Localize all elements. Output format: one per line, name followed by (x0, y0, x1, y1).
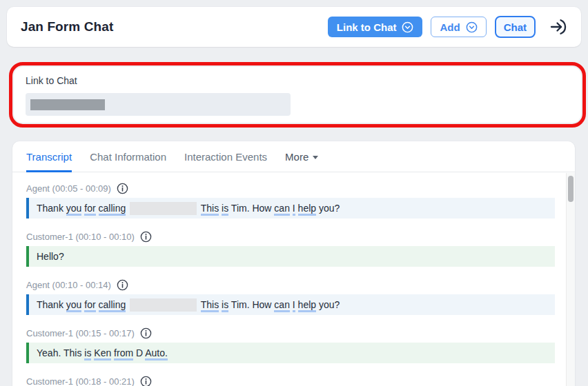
speaker-label: Customer-1 (00:10 - 00:10) (26, 231, 135, 243)
transcript-entry: Customer-1 (00:10 - 00:10) Hello? (26, 231, 555, 267)
tab-more[interactable]: More (285, 141, 318, 172)
link-to-chat-card: Link to Chat (14, 67, 581, 123)
speaker-label: Customer-1 (00:15 - 00:17) (26, 327, 135, 339)
chevron-down-icon (313, 156, 318, 159)
link-to-chat-input[interactable] (26, 93, 291, 116)
tab-bar: Transcript Chat Information Interaction … (12, 141, 575, 172)
speaker-label: Agent (00:05 - 00:09) (26, 183, 111, 194)
info-icon[interactable] (140, 376, 152, 386)
speaker-row: Customer-1 (00:18 - 00:21) (26, 376, 555, 386)
speaker-label: Agent (00:10 - 00:14) (26, 279, 111, 291)
header-actions: Link to Chat Add Chat (328, 16, 570, 38)
tab-transcript[interactable]: Transcript (26, 141, 72, 172)
link-to-chat-button[interactable]: Link to Chat (328, 17, 423, 37)
redacted-text (130, 298, 197, 312)
chat-button[interactable]: Chat (495, 16, 536, 38)
scrollbar-thumb[interactable] (568, 176, 574, 202)
message-bubble: Hello? (26, 246, 555, 267)
message-text: Yeah. This is Ken from D Auto. (37, 347, 168, 359)
transcript-list: Agent (00:05 - 00:09) Thank you for call… (12, 172, 575, 386)
info-icon[interactable] (140, 231, 152, 243)
message-text: Hello? (37, 250, 64, 263)
scrollbar[interactable] (566, 173, 575, 386)
add-button-label: Add (440, 21, 460, 33)
message-bubble: Yeah. This is Ken from D Auto. (26, 343, 555, 363)
redacted-text (130, 202, 197, 215)
enter-arrow-icon[interactable] (549, 18, 570, 36)
tab-interaction-events[interactable]: Interaction Events (184, 141, 267, 172)
info-icon[interactable] (117, 183, 128, 194)
message-text: Thank you for calling This is Tim. How c… (37, 298, 340, 312)
chevron-circle-down-icon (466, 21, 478, 33)
speaker-row: Agent (00:10 - 00:14) (26, 279, 555, 291)
header: Jan Form Chat Link to Chat Add Chat (7, 7, 581, 47)
message-text: Thank you for calling This is Tim. How c… (37, 202, 340, 215)
transcript-entry: Customer-1 (00:18 - 00:21) (26, 376, 555, 386)
link-to-chat-label: Link to Chat (26, 75, 570, 87)
speaker-row: Customer-1 (00:15 - 00:17) (26, 327, 555, 339)
transcript-entry: Agent (00:05 - 00:09) Thank you for call… (26, 183, 555, 219)
transcript-panel: Transcript Chat Information Interaction … (12, 141, 575, 386)
chevron-circle-down-icon (402, 21, 413, 33)
info-icon[interactable] (117, 279, 128, 291)
speaker-row: Customer-1 (00:10 - 00:10) (26, 231, 555, 243)
link-to-chat-button-label: Link to Chat (337, 21, 397, 33)
message-bubble: Thank you for calling This is Tim. How c… (26, 198, 555, 219)
speaker-label: Customer-1 (00:18 - 00:21) (26, 376, 135, 386)
redacted-value (30, 99, 105, 110)
page-title: Jan Form Chat (21, 19, 113, 34)
add-button[interactable]: Add (431, 17, 486, 37)
speaker-row: Agent (00:05 - 00:09) (26, 183, 555, 194)
annotation-highlight: Link to Chat (9, 62, 586, 128)
info-icon[interactable] (140, 327, 152, 339)
tab-more-label: More (285, 151, 308, 163)
transcript-entry: Customer-1 (00:15 - 00:17) Yeah. This is… (26, 327, 555, 363)
chat-button-label: Chat (504, 21, 527, 33)
message-bubble: Thank you for calling This is Tim. How c… (26, 294, 555, 315)
tab-chat-information[interactable]: Chat Information (90, 141, 166, 172)
transcript-entry: Agent (00:10 - 00:14) Thank you for call… (26, 279, 555, 315)
